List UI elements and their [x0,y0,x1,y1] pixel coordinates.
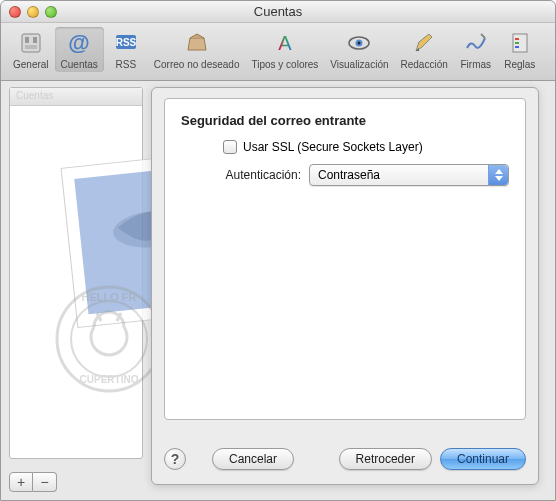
svg-rect-1 [25,37,29,43]
titlebar: Cuentas [1,1,555,23]
rss-icon: RSS [112,29,140,57]
toolbar-label: RSS [116,59,137,70]
auth-value: Contraseña [318,168,380,182]
content-area: Cuentas HELLO FR CUPERTINO Seguridad del… [1,81,555,500]
sidebar-header: Cuentas [10,88,142,106]
pencil-icon [410,29,438,57]
toolbar-viewing[interactable]: Visualización [324,27,394,72]
ssl-row: Usar SSL (Secure Sockets Layer) [181,140,509,154]
toolbar-label: Correo no deseado [154,59,240,70]
back-button[interactable]: Retroceder [339,448,432,470]
continue-button[interactable]: Continuar [440,448,526,470]
at-icon: @ [65,29,93,57]
add-remove-buttons: + − [9,472,57,492]
window-controls [1,6,57,18]
close-window-button[interactable] [9,6,21,18]
svg-rect-3 [25,45,37,49]
preferences-window: Cuentas General @ Cuentas RSS RSS Correo… [0,0,556,501]
setup-sheet: Seguridad del correo entrante Usar SSL (… [151,87,539,485]
toolbar-fonts[interactable]: A Tipos y colores [245,27,324,72]
toolbar-label: Visualización [330,59,388,70]
cancel-button[interactable]: Cancelar [212,448,294,470]
toolbar-label: Cuentas [61,59,98,70]
toolbar-accounts[interactable]: @ Cuentas [55,27,104,72]
rules-icon [506,29,534,57]
fonts-icon: A [271,29,299,57]
svg-rect-0 [22,34,40,52]
remove-account-button[interactable]: − [33,472,57,492]
toolbar-junk[interactable]: Correo no deseado [148,27,246,72]
svg-text:RSS: RSS [116,37,137,48]
signature-icon [462,29,490,57]
auth-row: Autenticación: Contraseña [181,164,509,186]
svg-rect-2 [33,37,37,43]
minimize-window-button[interactable] [27,6,39,18]
svg-text:A: A [278,32,292,54]
toolbar-label: Tipos y colores [251,59,318,70]
svg-text:HELLO FR: HELLO FR [82,291,137,303]
sheet-heading: Seguridad del correo entrante [181,113,509,128]
add-account-button[interactable]: + [9,472,33,492]
toolbar-label: Reglas [504,59,535,70]
auth-label: Autenticación: [181,168,301,182]
toolbar-rules[interactable]: Reglas [498,27,542,72]
select-arrows-icon [488,165,508,185]
auth-select[interactable]: Contraseña [309,164,509,186]
junk-icon [183,29,211,57]
ssl-label: Usar SSL (Secure Sockets Layer) [243,140,423,154]
sheet-content: Seguridad del correo entrante Usar SSL (… [164,98,526,420]
toolbar: General @ Cuentas RSS RSS Correo no dese… [1,23,555,81]
window-title: Cuentas [1,4,555,19]
svg-rect-14 [515,46,519,48]
svg-rect-12 [515,38,519,40]
ssl-checkbox[interactable] [223,140,237,154]
toolbar-composing[interactable]: Redacción [395,27,454,72]
toolbar-general[interactable]: General [7,27,55,72]
svg-text:CUPERTINO: CUPERTINO [80,374,139,385]
zoom-window-button[interactable] [45,6,57,18]
toolbar-label: Firmas [461,59,492,70]
svg-text:@: @ [68,30,89,55]
toolbar-rss[interactable]: RSS RSS [104,27,148,72]
toolbar-label: Redacción [401,59,448,70]
toolbar-label: General [13,59,49,70]
help-button[interactable]: ? [164,448,186,470]
svg-point-10 [358,42,361,45]
svg-rect-13 [515,42,519,44]
sheet-button-row: ? Cancelar Retroceder Continuar [164,448,526,470]
switches-icon [17,29,45,57]
toolbar-signatures[interactable]: Firmas [454,27,498,72]
eye-icon [345,29,373,57]
